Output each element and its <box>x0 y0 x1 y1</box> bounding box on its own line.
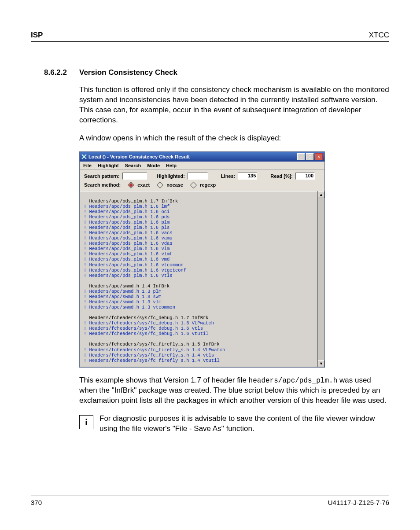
doc-id: U41117-J-Z125-7-76 <box>328 499 389 506</box>
result-window: Local () - Version Consistency Check Res… <box>79 151 325 368</box>
scroll-up-icon[interactable]: ▲ <box>318 191 324 198</box>
info-text: For diagnostic purposes it is advisable … <box>99 414 389 434</box>
para3-a: This example shows that Version 1.7 of h… <box>79 376 249 384</box>
label-search-pattern: Search pattern: <box>84 173 120 179</box>
section-heading: 8.6.2.2 Version Consistency Check <box>31 68 389 77</box>
section-number: 8.6.2.2 <box>44 68 79 77</box>
page-header: ISP XTCC <box>31 31 389 42</box>
page-footer: 370 U41117-J-Z125-7-76 <box>31 496 389 506</box>
label-regexp: regexp <box>200 182 216 188</box>
titlebar[interactable]: Local () - Version Consistency Check Res… <box>80 152 324 162</box>
header-right: XTCC <box>369 31 389 40</box>
label-read: Read [%]: <box>270 173 293 179</box>
radio-exact[interactable] <box>128 182 135 189</box>
menu-help[interactable]: Help <box>166 163 177 168</box>
header-left: ISP <box>31 31 43 40</box>
label-nocase: nocase <box>166 182 183 188</box>
file-viewer[interactable]: Headers/apc/pds_plm.h 1.7 InfBrk ! Heade… <box>80 191 317 367</box>
maximize-button[interactable]: □ <box>306 153 314 160</box>
highlighted-input[interactable] <box>188 173 208 180</box>
read-value: 100 <box>295 173 315 180</box>
menubar: File Highlight Search Mode Help <box>80 162 324 170</box>
para3-code: headers/apc/pds_plm.h <box>249 377 338 385</box>
section-title: Version Consistency Check <box>79 68 177 77</box>
radio-regexp[interactable] <box>190 182 197 189</box>
paragraph-3: This example shows that Version 1.7 of h… <box>79 375 389 406</box>
menu-highlight[interactable]: Highlight <box>98 163 119 168</box>
close-button[interactable]: ✕ <box>315 153 323 160</box>
scrollbar[interactable]: ▲ ▼ <box>317 191 324 367</box>
label-highlighted: Highlighted: <box>157 173 185 179</box>
page-number: 370 <box>31 499 42 506</box>
app-icon <box>81 154 87 159</box>
info-block: i For diagnostic purposes it is advisabl… <box>79 414 389 434</box>
toolbar: Search pattern: Highlighted: Lines: 135 … <box>80 170 324 191</box>
paragraph-2: A window opens in which the result of th… <box>79 133 389 144</box>
minimize-button[interactable]: _ <box>297 153 305 160</box>
paragraph-1: This function is offered only if the con… <box>79 85 389 125</box>
radio-nocase[interactable] <box>157 182 164 189</box>
lines-value: 135 <box>238 173 257 180</box>
search-pattern-input[interactable] <box>122 173 147 180</box>
menu-file[interactable]: File <box>83 163 92 168</box>
info-icon: i <box>79 415 93 429</box>
label-lines: Lines: <box>221 173 235 179</box>
label-search-method: Search method: <box>84 182 121 188</box>
label-exact: exact <box>137 182 150 188</box>
menu-mode[interactable]: Mode <box>147 163 160 168</box>
scroll-down-icon[interactable]: ▼ <box>318 360 324 367</box>
menu-search[interactable]: Search <box>125 163 141 168</box>
window-title: Local () - Version Consistency Check Res… <box>88 154 190 159</box>
